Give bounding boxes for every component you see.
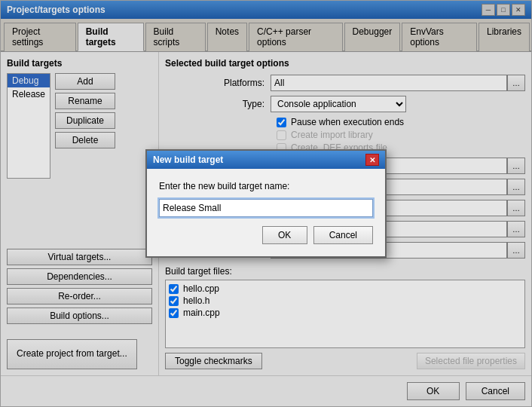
modal-overlay: New build target ✕ Enter the new build t… [1,1,531,406]
modal-buttons: OK Cancel [159,226,373,244]
modal-title-bar: New build target ✕ [147,151,385,169]
modal-dialog: New build target ✕ Enter the new build t… [145,149,387,258]
main-window: Project/targets options ─ □ ✕ Project se… [0,0,532,407]
modal-input[interactable] [159,199,373,217]
modal-cancel-button[interactable]: Cancel [313,226,373,244]
modal-close-button[interactable]: ✕ [365,154,379,166]
modal-title: New build target [153,155,223,165]
modal-body: Enter the new build target name: OK Canc… [147,169,385,256]
modal-prompt: Enter the new build target name: [159,181,373,191]
modal-ok-button[interactable]: OK [262,226,307,244]
